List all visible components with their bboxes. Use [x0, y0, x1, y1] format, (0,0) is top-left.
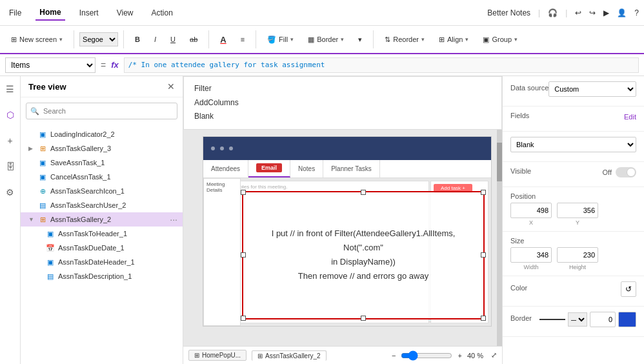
handle-bl[interactable] [241, 316, 246, 321]
help-icon[interactable]: ? [634, 8, 639, 17]
handle-br[interactable] [481, 316, 486, 321]
menu-home[interactable]: Home [35, 5, 65, 21]
formula-blank-item[interactable]: Blank [194, 110, 491, 124]
tree-item-assntasksearchicon[interactable]: ⊕ AssnTaskSearchIcon_1 [21, 184, 183, 198]
tab-assntaskgallery2[interactable]: ⊞ AssnTaskGallery_2 [252, 350, 327, 361]
tree-item-assntaskgallery2[interactable]: ▼ ⊞ AssnTaskGallery_2 ··· [21, 212, 183, 227]
tree-item-assntasksearchuser[interactable]: ▤ AssnTaskSearchUser_2 [21, 198, 183, 212]
border-chevron-icon: ▾ [341, 36, 344, 43]
planner-tasks-tab[interactable]: Planner Tasks [323, 160, 380, 177]
rp-position-x-input[interactable] [510, 203, 552, 218]
fill-button[interactable]: 🪣 Fill ▾ [261, 32, 299, 47]
menu-action[interactable]: Action [148, 6, 177, 20]
bold-button[interactable]: B [129, 32, 146, 46]
item-label-assntaskdateheader: AssnTaskDateHeader_1 [58, 258, 177, 266]
formula-input[interactable]: /* In one attendee gallery for task assi… [124, 57, 639, 73]
underline-button[interactable]: U [165, 32, 181, 46]
rp-visible-toggle[interactable] [616, 167, 636, 177]
layers-icon[interactable]: ⬡ [3, 107, 18, 123]
search-input[interactable] [26, 103, 177, 119]
user-icon[interactable]: 👤 [617, 8, 627, 17]
tree-item-cancelassntask[interactable]: ▣ CancelAssnTask_1 [21, 170, 183, 184]
handle-ml[interactable] [241, 252, 246, 258]
tree-item-assntaskduedate[interactable]: 📅 AssnTaskDueDate_1 [21, 241, 183, 255]
rp-color-refresh-button[interactable]: ↺ [621, 281, 636, 297]
tree-item-assnTaskGallery3[interactable]: ▶ ⊞ AssnTaskGallery_3 [21, 141, 183, 156]
rp-datasource-select[interactable]: Custom [548, 81, 636, 97]
formula-select[interactable]: Items [5, 57, 96, 73]
zoom-slider[interactable] [401, 350, 452, 361]
border-button[interactable]: ▦ Border ▾ [302, 32, 350, 47]
tree-item-loadingindicator[interactable]: ▣ LoadingIndicator2_2 [21, 127, 183, 141]
scroll-thumb[interactable] [497, 143, 502, 181]
italic-button[interactable]: I [148, 32, 162, 46]
formula-fx-button[interactable]: fx [111, 60, 119, 70]
zoom-plus-button[interactable]: + [455, 352, 464, 359]
hamburger-icon[interactable]: ☰ [3, 81, 18, 97]
canvas-scroll[interactable]: Attendees Email Notes Planner Tasks Star… [183, 130, 502, 346]
expand-icon-7: ▼ [28, 216, 35, 223]
redo-icon[interactable]: ↪ [589, 8, 596, 17]
settings-icon[interactable]: ⚙ [3, 185, 18, 200]
more-options-icon[interactable]: ··· [170, 214, 177, 225]
attendees-tab[interactable]: Attendees [203, 160, 248, 177]
sidebar-title: Tree view [28, 82, 66, 92]
headset-icon[interactable]: 🎧 [548, 8, 558, 17]
item-label-assntasksearchuser: AssnTaskSearchUser_2 [50, 201, 177, 209]
rp-border-value-input[interactable] [590, 312, 616, 327]
notes-tab[interactable]: Notes [290, 160, 323, 177]
formula-filter-item[interactable]: Filter [194, 82, 491, 96]
font-select[interactable]: Segoe [79, 32, 118, 46]
strikethrough-button[interactable]: ab [184, 32, 203, 46]
expand-icon[interactable]: ⤢ [491, 351, 497, 359]
plus-icon[interactable]: + [3, 133, 18, 148]
handle-tm[interactable] [361, 190, 366, 195]
overlay-text-3: Then remove // and errors go away [298, 269, 428, 283]
tab-homepopup-icon: ⊞ [194, 352, 199, 359]
scroll-bar-right[interactable] [497, 130, 502, 346]
group-button[interactable]: ▣ Group ▾ [477, 32, 523, 47]
handle-tr[interactable] [481, 190, 486, 195]
menu-view[interactable]: View [113, 6, 137, 20]
tab-homepopup[interactable]: ⊞ HomePopU... [188, 350, 247, 361]
reorder-button[interactable]: ⇅ Reorder ▾ [379, 32, 430, 47]
tree-item-assntaskdateheader[interactable]: ▣ AssnTaskDateHeader_1 [21, 255, 183, 269]
email-tab[interactable]: Email [248, 160, 290, 177]
rp-size-height-input[interactable] [557, 247, 598, 263]
rp-fields-edit-button[interactable]: Edit [624, 113, 636, 121]
formula-eq-sign: = [101, 60, 106, 70]
font-color-button[interactable]: A [214, 32, 232, 48]
tree-item-assntasktoheader[interactable]: ▣ AssnTaskToHeader_1 [21, 227, 183, 241]
rp-size-width-input[interactable] [510, 247, 552, 263]
gallery-icon-2: ⊞ [37, 214, 48, 225]
database-icon[interactable]: 🗄 [3, 159, 18, 174]
nav-dot-3 [229, 147, 233, 150]
handle-tl[interactable] [241, 190, 246, 195]
rp-border-color-box[interactable] [618, 312, 636, 327]
rp-position-label: Position [510, 192, 636, 200]
menu-insert[interactable]: Insert [75, 6, 103, 20]
zoom-minus-button[interactable]: − [389, 352, 398, 359]
align-button[interactable]: ≡ [235, 32, 250, 46]
rp-border-style-select[interactable]: — [568, 312, 587, 327]
rp-position-y-input[interactable] [557, 203, 598, 218]
handle-bm[interactable] [361, 316, 366, 321]
rp-size-section: Size Width Height [503, 232, 644, 276]
border-dropdown[interactable]: ▾ [352, 32, 368, 47]
input-icon: ▤ [37, 200, 48, 210]
formula-popup: Filter AddColumns Blank [183, 76, 502, 130]
tree-item-saveassntask[interactable]: ▣ SaveAssnTask_1 [21, 156, 183, 170]
rp-visible-row: Visible Off [510, 167, 636, 177]
play-icon[interactable]: ▶ [603, 8, 609, 17]
undo-icon[interactable]: ↩ [575, 8, 581, 17]
handle-mr[interactable] [481, 252, 486, 258]
tree-item-assntaskdescription[interactable]: ▤ AssnTaskDescription_1 [21, 269, 183, 283]
new-screen-button[interactable]: ⊞ New screen ▾ [5, 32, 68, 47]
sidebar-close-button[interactable]: ✕ [167, 81, 175, 92]
align2-button[interactable]: ⊞ Align ▾ [433, 32, 474, 47]
formula-addcolumns-item[interactable]: AddColumns [194, 96, 491, 110]
rp-fields-label: Fields [510, 112, 529, 119]
rp-blank-select[interactable]: Blank [510, 137, 636, 152]
menu-file[interactable]: File [5, 6, 25, 20]
ribbon: ⊞ New screen ▾ Segoe B I U ab A ≡ 🪣 Fill… [0, 26, 644, 54]
